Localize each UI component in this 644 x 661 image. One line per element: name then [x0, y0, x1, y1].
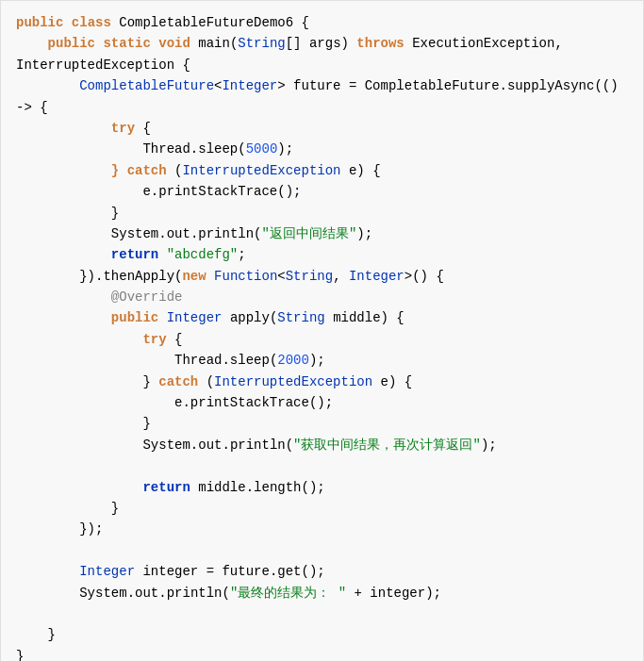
code-line-25: }); — [16, 519, 628, 539]
code-line-27: Integer integer = future.get(); — [16, 561, 628, 582]
code-line-15: public Integer apply(String middle) { — [16, 307, 628, 328]
code-line-23: return middle.length(); — [16, 477, 628, 498]
code-line-29 — [16, 603, 628, 624]
code-line-24: } — [16, 498, 628, 519]
code-line-18: } catch (InterruptedException e) { — [16, 372, 628, 392]
code-line-3: InterruptedException { — [16, 55, 628, 75]
code-line-21: System.out.println("获取中间结果，再次计算返回"); — [16, 435, 628, 455]
code-line-2: public static void main(String[] args) t… — [16, 33, 628, 54]
code-line-17: Thread.sleep(2000); — [16, 350, 628, 371]
code-line-30: } — [16, 624, 628, 645]
code-line-31: } — [16, 646, 628, 661]
code-line-1: public class CompletableFutureDemo6 { — [16, 12, 628, 33]
code-line-20: } — [16, 413, 628, 434]
code-line-11: System.out.println("返回中间结果"); — [16, 223, 628, 244]
code-line-4: CompletableFuture<Integer> future = Comp… — [16, 75, 628, 96]
code-line-12: return "abcdefg"; — [16, 244, 628, 265]
code-line-5: -> { — [16, 97, 628, 118]
code-line-22 — [16, 455, 628, 476]
code-line-8: } catch (InterruptedException e) { — [16, 160, 628, 181]
code-line-10: } — [16, 203, 628, 223]
code-line-14: @Override — [16, 287, 628, 307]
code-line-6: try { — [16, 118, 628, 139]
code-line-28: System.out.println("最终的结果为： " + integer)… — [16, 583, 628, 603]
code-editor: public class CompletableFutureDemo6 { pu… — [0, 0, 644, 661]
code-line-9: e.printStackTrace(); — [16, 181, 628, 202]
code-line-7: Thread.sleep(5000); — [16, 139, 628, 159]
code-line-13: }).thenApply(new Function<String, Intege… — [16, 266, 628, 287]
code-line-16: try { — [16, 329, 628, 350]
code-line-19: e.printStackTrace(); — [16, 392, 628, 413]
code-line-26 — [16, 540, 628, 561]
